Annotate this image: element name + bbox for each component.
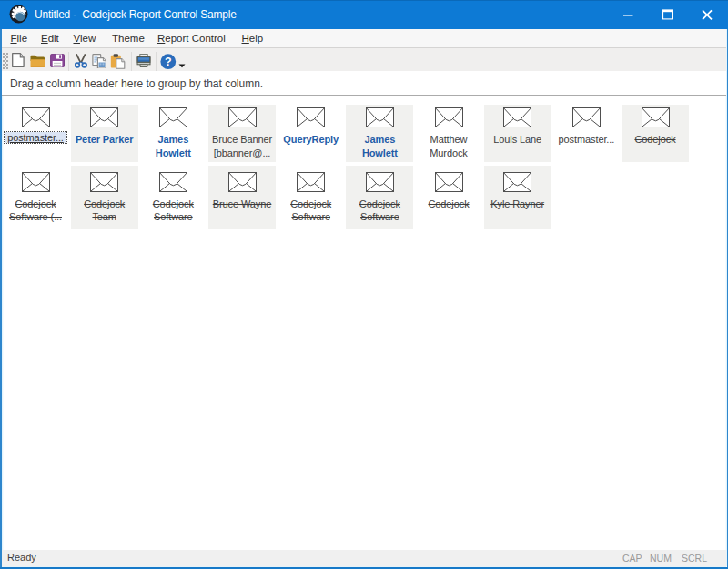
svg-text:?: ? (164, 56, 171, 68)
